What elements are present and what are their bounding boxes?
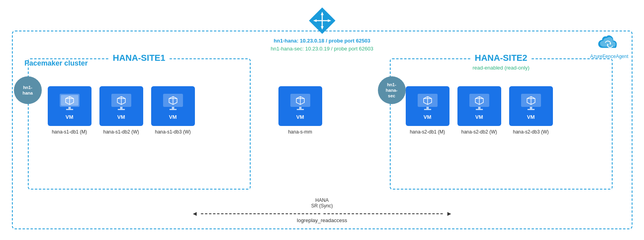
vip-circle-site1: hn1-hana: [14, 76, 42, 104]
monitor-icon-s1db1: [58, 93, 82, 112]
hana-sr-section: HANA SR (Sync) ◄ ► logreplay_readaccess: [192, 197, 453, 223]
dashed-line-left: [201, 213, 321, 214]
vm-label-s1db2: VM: [117, 114, 125, 120]
hana-sr-line1: HANA: [315, 197, 329, 203]
vm-card-s1db1: VM hana-s1-db1 (M): [48, 86, 91, 135]
vm-card-s1db2: VM hana-s1-db2 (W): [99, 86, 143, 135]
site1-title: HANA-SITE1: [109, 53, 169, 63]
vm-name-s1db2: hana-s1-db2 (W): [103, 129, 139, 135]
hana-sr-labels: HANA SR (Sync): [311, 197, 333, 209]
svg-rect-20: [120, 107, 123, 109]
vm-box-middle: VM: [278, 86, 322, 126]
vm-label-middle: VM: [296, 114, 304, 120]
fence-agent: AzureFenceAgent: [590, 35, 628, 59]
vm-group-site2: VM hana-s2-db1 (M) VM hana-s2-db2 (W): [406, 86, 553, 135]
vm-box-s1db2: VM: [99, 86, 143, 126]
arrow-left-icon: ◄: [192, 210, 198, 217]
vip2-label: hn1-hana-sec: [386, 82, 397, 99]
arrow-right-icon: ►: [446, 210, 453, 217]
svg-rect-15: [66, 109, 73, 110]
monitor-icon-s2db1: [416, 93, 440, 112]
monitor-icon-s1db3: [161, 93, 185, 112]
svg-rect-50: [530, 107, 532, 109]
hana-sr-line3: logreplay_readaccess: [297, 217, 347, 223]
vm-name-s2db3: hana-s2-db3 (W): [513, 129, 549, 135]
svg-rect-32: [299, 107, 302, 109]
monitor-icon-s1db2: [109, 93, 133, 112]
vm-label-s2db2: VM: [475, 114, 483, 120]
read-enabled-label: read-enabled (read-only): [473, 65, 529, 71]
vm-name-s1db1: hana-s1-db1 (M): [52, 129, 87, 135]
svg-rect-33: [297, 109, 304, 110]
vm-name-s2db2: hana-s2-db2 (W): [461, 129, 497, 135]
monitor-icon-s2db2: [467, 93, 491, 112]
svg-rect-27: [169, 109, 177, 110]
svg-rect-14: [68, 107, 71, 109]
svg-rect-26: [172, 107, 174, 109]
vip-circle-site2: hn1-hana-sec: [378, 76, 406, 104]
vm-box-s1db1: VM: [48, 86, 91, 126]
vm-group-site1: VM hana-s1-db1 (M) VM hana-s1-db2 (W): [48, 86, 195, 135]
vm-label-s1db3: VM: [169, 114, 177, 120]
svg-rect-44: [478, 107, 481, 109]
vm-box-s2db1: VM: [406, 86, 449, 126]
monitor-icon-middle: [288, 93, 312, 112]
svg-rect-38: [426, 107, 429, 109]
svg-rect-51: [527, 109, 535, 110]
site2-title: HANA-SITE2: [471, 53, 531, 63]
vm-card-middle: VM hana-s-mm: [278, 86, 322, 135]
svg-rect-21: [118, 109, 125, 110]
svg-rect-39: [424, 109, 431, 110]
vm-label-s2db1: VM: [424, 114, 432, 120]
vm-name-middle: hana-s-mm: [288, 129, 312, 135]
vm-name-s2db1: hana-s2-db1 (M): [410, 129, 445, 135]
monitor-icon-s2db3: [519, 93, 543, 112]
vm-box-s2db3: VM: [509, 86, 553, 126]
cloud-icon: [597, 35, 621, 54]
vm-label-s1db1: VM: [66, 114, 74, 120]
vm-card-s1db3: VM hana-s1-db3 (W): [151, 86, 195, 135]
vm-card-s2db2: VM hana-s2-db2 (W): [457, 86, 501, 135]
vm-card-s2db3: VM hana-s2-db3 (W): [509, 86, 553, 135]
hana-sr-line2: SR (Sync): [311, 203, 333, 209]
vm-box-s2db2: VM: [457, 86, 501, 126]
svg-rect-45: [476, 109, 483, 110]
vm-card-s2db1: VM hana-s2-db1 (M): [406, 86, 449, 135]
dashed-line-right: [324, 213, 443, 214]
vm-box-s1db3: VM: [151, 86, 195, 126]
diagram-wrapper: hn1-hana: 10.23.0.18 / probe port 62503 …: [8, 7, 636, 233]
vm-label-s2db3: VM: [527, 114, 535, 120]
hana-sr-arrow: ◄ ►: [192, 210, 453, 217]
vm-name-s1db3: hana-s1-db3 (W): [155, 129, 191, 135]
vip1-label: hn1-hana: [23, 85, 33, 96]
